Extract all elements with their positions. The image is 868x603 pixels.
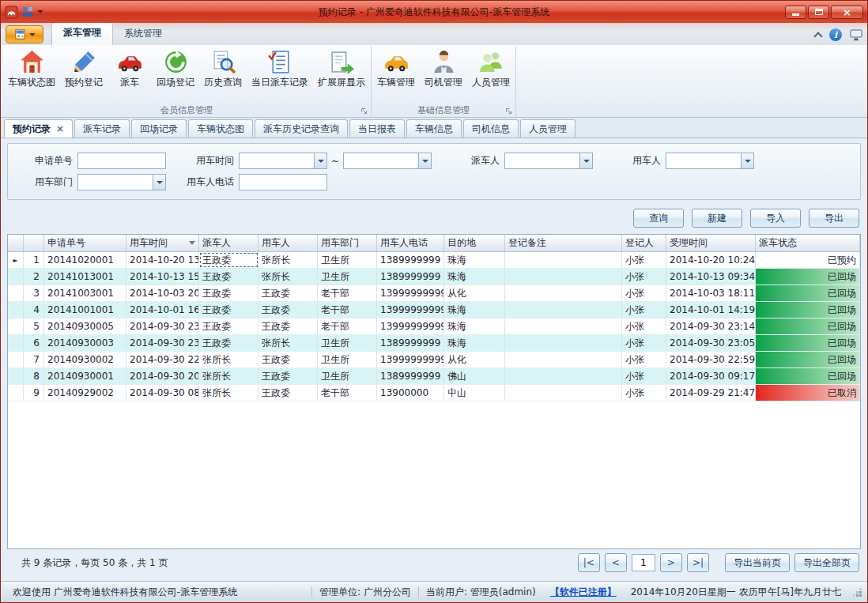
column-header-登记备注[interactable]: 登记备注 — [505, 235, 622, 251]
group-dialog-launcher-icon[interactable] — [360, 107, 368, 115]
user-combo[interactable] — [666, 153, 754, 169]
collapse-ribbon-icon[interactable] — [813, 32, 822, 40]
query-button[interactable]: 查询 — [633, 209, 684, 228]
daily-dispatch-button[interactable]: 当日派车记录 — [247, 46, 313, 101]
license-status-link[interactable]: 【软件已注册】 — [543, 586, 624, 599]
next-page-button[interactable]: > — [660, 553, 682, 572]
dispatcher-combo[interactable] — [504, 153, 593, 169]
chevron-down-icon[interactable] — [314, 153, 326, 168]
doc-tab-车辆状态图[interactable]: 车辆状态图 — [188, 119, 253, 138]
ribbon-tab-派车管理[interactable]: 派车管理 — [51, 22, 113, 45]
history-search-icon — [210, 49, 236, 75]
use-time-from-combo[interactable] — [239, 153, 327, 169]
cell-用车时间: 2014-09-30 23:30 — [126, 318, 199, 334]
column-header-申请单号[interactable]: 申请单号 — [44, 235, 126, 251]
column-header-用车人[interactable]: 用车人 — [259, 235, 318, 251]
table-row[interactable]: 4201410010012014-10-01 16:00王政委王政委老干部139… — [8, 302, 860, 318]
column-header-登记人[interactable]: 登记人 — [622, 235, 666, 251]
app-icon[interactable] — [5, 6, 18, 19]
table-row[interactable]: ►1201410200012014-10-20 13:00王政委张所长卫生所13… — [8, 252, 860, 269]
indicator-column-header — [8, 235, 24, 251]
column-header-用车人电话[interactable]: 用车人电话 — [377, 235, 444, 251]
doc-tab-人员管理[interactable]: 人员管理 — [520, 119, 576, 138]
ribbon-tab-系统管理[interactable]: 系统管理 — [113, 23, 173, 45]
cell-派车状态: 已回场 — [756, 335, 860, 351]
doc-tab-当日报表[interactable]: 当日报表 — [349, 119, 405, 138]
first-page-button[interactable]: |< — [578, 553, 600, 572]
people-manage-button[interactable]: 人员管理 — [467, 46, 515, 101]
doc-tab-预约记录[interactable]: 预约记录× — [4, 119, 73, 138]
close-tab-icon[interactable]: × — [56, 124, 64, 134]
cell-登记人: 小张 — [622, 352, 666, 367]
minimize-button[interactable] — [785, 6, 806, 19]
column-header-用车部门[interactable]: 用车部门 — [318, 235, 377, 251]
column-header-受理时间[interactable]: 受理时间 — [666, 235, 756, 251]
export-current-page-button[interactable]: 导出当前页 — [725, 553, 790, 572]
app-window: 预约记录 - 广州爱奇迪软件科技有限公司-派车管理系统 × 派车管理系统管理 i… — [0, 0, 868, 603]
window-title: 预约记录 - 广州爱奇迪软件科技有限公司-派车管理系统 — [1, 6, 867, 19]
cell-受理时间: 2014-09-30 09:17 — [666, 368, 756, 384]
extend-screen-button[interactable]: 扩展屏显示 — [313, 46, 370, 101]
group-dialog-launcher-icon[interactable] — [505, 107, 512, 115]
department-combo[interactable] — [77, 174, 166, 190]
cell-目的地: 珠海 — [444, 302, 505, 318]
table-row[interactable]: 7201409300022014-09-30 22:00张所长王政委卫生所139… — [8, 352, 860, 368]
table-row[interactable]: 5201409300052014-09-30 23:30王政委王政委老干部139… — [8, 318, 860, 335]
use-time-to-combo[interactable] — [343, 153, 432, 169]
doc-tab-label: 司机信息 — [472, 122, 510, 136]
quick-access-dropdown-icon[interactable] — [37, 10, 43, 13]
cell-派车状态: 已回场 — [756, 285, 860, 301]
vehicle-status-button[interactable]: 车辆状态图 — [3, 46, 60, 101]
grid-body: ►1201410200012014-10-20 13:00王政委张所长卫生所13… — [8, 252, 860, 548]
column-header-派车状态[interactable]: 派车状态 — [756, 235, 860, 251]
row-indicator — [8, 335, 24, 351]
vehicle-manage-button[interactable]: 车辆管理 — [372, 46, 420, 101]
page-number-input[interactable] — [632, 554, 655, 571]
return-register-button[interactable]: 回场登记 — [152, 46, 199, 101]
column-header-目的地[interactable]: 目的地 — [444, 235, 505, 251]
phone-input[interactable] — [239, 174, 327, 190]
app-menu-button[interactable] — [6, 25, 43, 43]
doc-tab-派车记录[interactable]: 派车记录 — [74, 119, 130, 138]
export-all-pages-button[interactable]: 导出全部页 — [794, 553, 859, 572]
doc-tab-司机信息[interactable]: 司机信息 — [463, 119, 519, 138]
column-header-用车时间[interactable]: 用车时间 — [126, 235, 199, 251]
doc-tab-strip: 预约记录×派车记录回场记录车辆状态图派车历史记录查询当日报表车辆信息司机信息人员… — [1, 118, 867, 138]
close-button[interactable]: × — [831, 6, 863, 19]
import-button[interactable]: 导入 — [750, 209, 801, 228]
extend-screen-icon — [329, 49, 355, 75]
doc-tab-车辆信息[interactable]: 车辆信息 — [406, 119, 462, 138]
cell-受理时间: 2014-09-29 21:47 — [666, 385, 756, 401]
reservation-register-button[interactable]: 预约登记 — [60, 46, 108, 101]
table-row[interactable]: 3201410030012014-10-03 20:00王政委王政委老干部139… — [8, 285, 860, 302]
maximize-button[interactable] — [808, 6, 829, 19]
export-button[interactable]: 导出 — [809, 209, 859, 228]
cell-用车人电话: 1389999999 — [377, 335, 444, 351]
table-row[interactable]: 9201409290022014-09-30 08:00张所长王政委老干部139… — [8, 385, 860, 401]
chevron-down-icon[interactable] — [741, 153, 753, 168]
table-row[interactable]: 6201409300032014-09-30 23:00王政委张所长卫生所138… — [8, 335, 860, 352]
org-text: 管理单位: 广州分公司 — [312, 586, 418, 599]
doc-tab-派车历史记录查询[interactable]: 派车历史记录查询 — [255, 119, 348, 138]
quick-access-layout-icon[interactable] — [22, 6, 33, 17]
chevron-down-icon[interactable] — [418, 153, 431, 168]
prev-page-button[interactable]: < — [605, 553, 627, 572]
chevron-down-icon[interactable] — [579, 153, 592, 168]
table-row[interactable]: 8201409300012014-09-30 20:00张所长王政委卫生所138… — [8, 368, 860, 385]
last-page-button[interactable]: >| — [687, 553, 709, 572]
cell-用车人电话: 1389999999 — [377, 252, 444, 268]
driver-manage-button[interactable]: 司机管理 — [420, 46, 467, 101]
order-no-input[interactable] — [77, 153, 166, 169]
welcome-text: 欢迎使用 广州爱奇迪软件科技有限公司-派车管理系统 — [6, 586, 244, 599]
column-header-派车人[interactable]: 派车人 — [199, 235, 259, 251]
new-button[interactable]: 新建 — [692, 209, 742, 228]
history-search-button[interactable]: 历史查询 — [199, 46, 247, 101]
dispatch-car-button[interactable]: 派车 — [108, 46, 152, 101]
help-icon[interactable]: i — [829, 28, 842, 41]
column-filter-icon[interactable] — [189, 241, 195, 245]
screen-display-icon[interactable] — [850, 28, 862, 41]
table-row[interactable]: 2201410130012014-10-13 15:00王政委张所长卫生所138… — [8, 269, 860, 285]
resize-grip[interactable] — [851, 586, 862, 597]
chevron-down-icon[interactable] — [153, 175, 165, 190]
doc-tab-回场记录[interactable]: 回场记录 — [131, 119, 187, 138]
